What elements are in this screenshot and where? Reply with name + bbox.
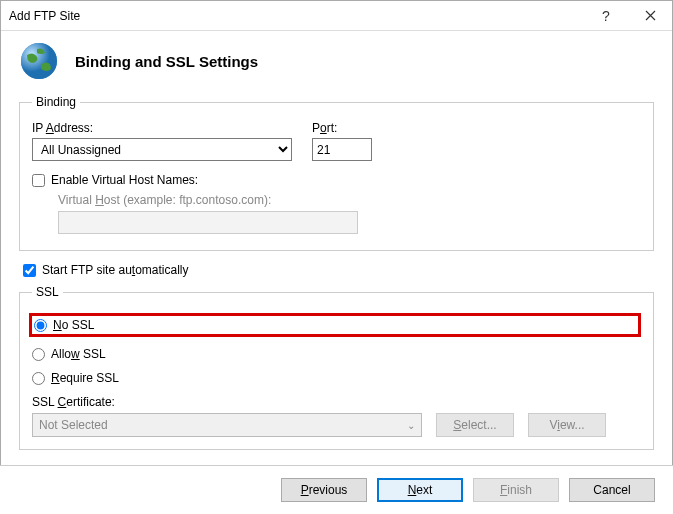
ssl-view-button: View...: [528, 413, 606, 437]
ssl-select-button: Select...: [436, 413, 514, 437]
binding-legend: Binding: [32, 95, 80, 109]
wizard-footer: Previous Next Finish Cancel: [0, 465, 673, 514]
allow-ssl-radio[interactable]: [32, 348, 45, 361]
wizard-header: Binding and SSL Settings: [1, 31, 672, 95]
vhost-input: [58, 211, 358, 234]
previous-button[interactable]: Previous: [281, 478, 367, 502]
ssl-cert-value: Not Selected: [39, 418, 108, 432]
ip-address-select[interactable]: All Unassigned: [32, 138, 292, 161]
no-ssl-highlight: No SSL: [29, 313, 641, 337]
require-ssl-label: Require SSL: [51, 371, 119, 385]
chevron-down-icon: ⌄: [407, 420, 415, 431]
next-button[interactable]: Next: [377, 478, 463, 502]
finish-button: Finish: [473, 478, 559, 502]
ssl-cert-label: SSL Certificate:: [32, 395, 641, 409]
ssl-legend: SSL: [32, 285, 63, 299]
port-label: Port:: [312, 121, 382, 135]
auto-start-label: Start FTP site automatically: [42, 263, 189, 277]
vhost-label: Virtual Host (example: ftp.contoso.com):: [58, 193, 641, 207]
enable-vhost-checkbox[interactable]: [32, 174, 45, 187]
no-ssl-label: No SSL: [53, 318, 94, 332]
close-icon: [645, 10, 656, 21]
svg-point-1: [21, 43, 57, 79]
binding-group: Binding IP Address: All Unassigned Port:…: [19, 95, 654, 251]
window-title: Add FTP Site: [9, 9, 584, 23]
ssl-cert-select: Not Selected ⌄: [32, 413, 422, 437]
no-ssl-radio[interactable]: [34, 319, 47, 332]
enable-vhost-label: Enable Virtual Host Names:: [51, 173, 198, 187]
require-ssl-radio[interactable]: [32, 372, 45, 385]
close-button[interactable]: [628, 1, 672, 31]
ssl-group: SSL No SSL Allow SSL Require SSL SSL Cer…: [19, 285, 654, 450]
titlebar: Add FTP Site ?: [1, 1, 672, 31]
help-button[interactable]: ?: [584, 1, 628, 31]
port-input[interactable]: [312, 138, 372, 161]
cancel-button[interactable]: Cancel: [569, 478, 655, 502]
ip-address-label: IP Address:: [32, 121, 292, 135]
auto-start-checkbox[interactable]: [23, 264, 36, 277]
globe-icon: [19, 41, 59, 81]
page-title: Binding and SSL Settings: [75, 53, 258, 70]
allow-ssl-label: Allow SSL: [51, 347, 106, 361]
